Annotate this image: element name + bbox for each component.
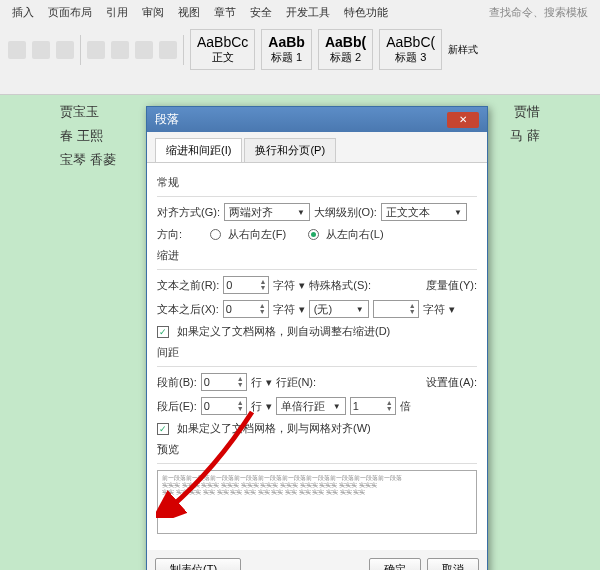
indent-icon[interactable] <box>135 41 153 59</box>
numbering-icon[interactable] <box>111 41 129 59</box>
auto-adjust-checkbox[interactable]: ✓ <box>157 326 169 338</box>
cancel-button[interactable]: 取消 <box>427 558 479 570</box>
tab-ref[interactable]: 引用 <box>102 3 132 22</box>
tab-insert[interactable]: 插入 <box>8 3 38 22</box>
ok-button[interactable]: 确定 <box>369 558 421 570</box>
style-h1[interactable]: AaBb标题 1 <box>261 29 312 70</box>
measure-spinner[interactable]: ▲▼ <box>373 300 419 318</box>
style-h2[interactable]: AaBb(标题 2 <box>318 29 373 70</box>
outline-label: 大纲级别(O): <box>314 205 377 220</box>
dialog-titlebar[interactable]: 段落 ✕ <box>147 107 487 132</box>
snap-grid-checkbox[interactable]: ✓ <box>157 423 169 435</box>
group-general: 常规 <box>157 175 477 190</box>
ribbon: 插入 页面布局 引用 审阅 视图 章节 安全 开发工具 特色功能 查找命令、搜索… <box>0 0 600 95</box>
new-style-button[interactable]: 新样式 <box>448 43 478 57</box>
list-icon[interactable] <box>87 41 105 59</box>
dialog-footer: 制表位(T)... 确定 取消 <box>147 550 487 570</box>
after-spinner[interactable]: 0▲▼ <box>223 300 269 318</box>
group-spacing: 间距 <box>157 345 477 360</box>
dialog-title: 段落 <box>155 111 179 128</box>
unit-line-1: 行 <box>251 375 262 390</box>
radio-rtl-label: 从右向左(F) <box>228 227 286 242</box>
special-label: 特殊格式(S): <box>309 278 371 293</box>
close-icon[interactable]: ✕ <box>447 112 479 128</box>
tab-review[interactable]: 审阅 <box>138 3 168 22</box>
auto-adjust-label: 如果定义了文档网格，则自动调整右缩进(D) <box>177 324 390 339</box>
group-indent: 缩进 <box>157 248 477 263</box>
unit-char-3: 字符 <box>423 302 445 317</box>
line-spacing-select[interactable]: 单倍行距▼ <box>276 397 346 415</box>
space-before-spinner[interactable]: 0▲▼ <box>201 373 247 391</box>
tab-feature[interactable]: 特色功能 <box>340 3 392 22</box>
unit-bei: 倍 <box>400 399 411 414</box>
ribbon-toolbar: AaBbCc正文 AaBb标题 1 AaBb(标题 2 AaBbC(标题 3 新… <box>0 25 600 74</box>
unit-line-2: 行 <box>251 399 262 414</box>
snap-grid-label: 如果定义了文档网格，则与网格对齐(W) <box>177 421 371 436</box>
font-style-icon[interactable] <box>56 41 74 59</box>
space-before-label: 段前(B): <box>157 375 197 390</box>
set-value-spinner[interactable]: 1▲▼ <box>350 397 396 415</box>
space-after-spinner[interactable]: 0▲▼ <box>201 397 247 415</box>
font-size-up-icon[interactable] <box>8 41 26 59</box>
tab-security[interactable]: 安全 <box>246 3 276 22</box>
outline-select[interactable]: 正文文本▼ <box>381 203 467 221</box>
radio-ltr-label: 从左向右(L) <box>326 227 383 242</box>
unit-char-1: 字符 <box>273 278 295 293</box>
group-preview: 预览 <box>157 442 477 457</box>
align-label: 对齐方式(G): <box>157 205 220 220</box>
paragraph-dialog: 段落 ✕ 缩进和间距(I) 换行和分页(P) 常规 对齐方式(G): 两端对齐▼… <box>146 106 488 570</box>
search-box[interactable]: 查找命令、搜索模板 <box>485 3 592 22</box>
before-spinner[interactable]: 0▲▼ <box>223 276 269 294</box>
dialog-body: 常规 对齐方式(G): 两端对齐▼ 大纲级别(O): 正文文本▼ 方向: 从右向… <box>147 162 487 550</box>
tab-layout[interactable]: 页面布局 <box>44 3 96 22</box>
outdent-icon[interactable] <box>159 41 177 59</box>
radio-ltr[interactable] <box>308 229 319 240</box>
tab-indent-spacing[interactable]: 缩进和间距(I) <box>155 138 242 162</box>
tab-chapter[interactable]: 章节 <box>210 3 240 22</box>
after-label: 文本之后(X): <box>157 302 219 317</box>
special-select[interactable]: (无)▼ <box>309 300 369 318</box>
unit-char-2: 字符 <box>273 302 295 317</box>
tab-line-breaks[interactable]: 换行和分页(P) <box>244 138 336 162</box>
set-value-label: 设置值(A): <box>426 375 477 390</box>
style-body[interactable]: AaBbCc正文 <box>190 29 255 70</box>
measure-label: 度量值(Y): <box>426 278 477 293</box>
preview-box: 前一段落前一段落前一段落前一段落前一段落前一段落前一段落前一段落前一段落前一段落… <box>157 470 477 534</box>
tab-dev[interactable]: 开发工具 <box>282 3 334 22</box>
style-h3[interactable]: AaBbC(标题 3 <box>379 29 442 70</box>
ribbon-tabs: 插入 页面布局 引用 审阅 视图 章节 安全 开发工具 特色功能 查找命令、搜索… <box>0 0 600 25</box>
dialog-tabs: 缩进和间距(I) 换行和分页(P) <box>147 132 487 162</box>
line-spacing-label: 行距(N): <box>276 375 316 390</box>
radio-rtl[interactable] <box>210 229 221 240</box>
direction-label: 方向: <box>157 227 182 242</box>
align-select[interactable]: 两端对齐▼ <box>224 203 310 221</box>
space-after-label: 段后(E): <box>157 399 197 414</box>
tab-view[interactable]: 视图 <box>174 3 204 22</box>
font-size-down-icon[interactable] <box>32 41 50 59</box>
tabstops-button[interactable]: 制表位(T)... <box>155 558 241 570</box>
before-label: 文本之前(R): <box>157 278 219 293</box>
